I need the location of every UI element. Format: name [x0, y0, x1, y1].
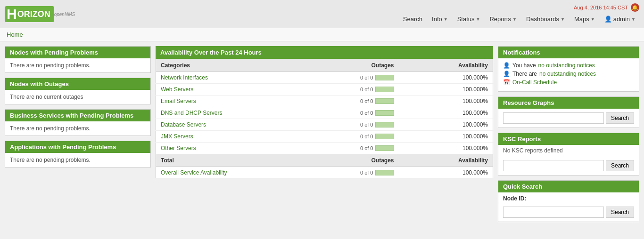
avail-bar — [375, 145, 394, 151]
panel-body-applications: There are no pending problems. — [5, 153, 150, 167]
cat-link[interactable]: Network Interfaces — [161, 74, 208, 81]
main-content: Nodes with Pending Problems There are no… — [0, 41, 644, 227]
oncall-link[interactable]: On-Call Schedule — [512, 79, 557, 86]
outage-bar-cell: 0 of 0 — [338, 119, 399, 131]
ksc-reports-search-button[interactable]: Search — [606, 160, 634, 171]
cat-link[interactable]: Other Servers — [161, 145, 196, 151]
table-row: DNS and DHCP Servers 0 of 0 100.000% — [156, 107, 493, 119]
maps-arrow: ▼ — [591, 17, 595, 22]
user-icon: 👤 — [604, 16, 612, 23]
total-avail-bar — [375, 170, 394, 175]
total-label: Total — [156, 154, 338, 167]
logo-orizon: ORIZON — [17, 10, 50, 18]
cat-link[interactable]: JMX Servers — [161, 133, 193, 140]
nav-status[interactable]: Status ▼ — [454, 14, 484, 24]
nav-info[interactable]: Info ▼ — [428, 14, 452, 24]
avail-value: 100.000% — [399, 72, 493, 84]
logo: H ORIZON openNMS — [5, 6, 75, 22]
nav-admin[interactable]: 👤 admin ▼ — [601, 14, 639, 24]
resource-graphs-search-row: Search — [498, 109, 639, 127]
panel-nodes-pending: Nodes with Pending Problems There are no… — [5, 46, 151, 73]
outage-bar-cell: 0 of 0 — [338, 143, 399, 154]
table-row: Network Interfaces 0 of 0 100.000% — [156, 72, 493, 84]
notif-prefix-1: You have — [512, 62, 536, 69]
quick-search-header: Quick Search — [498, 181, 639, 192]
table-row: Email Servers 0 of 0 100.000% — [156, 96, 493, 107]
panel-business-services: Business Services with Pending Problems … — [5, 109, 151, 136]
resource-graphs-search-button[interactable]: Search — [606, 112, 634, 124]
middle-column: Availability Over the Past 24 Hours Cate… — [156, 46, 493, 222]
logo-h: H — [7, 7, 17, 21]
quick-search-panel: Quick Search Node ID: Search — [498, 180, 639, 222]
user-icon-2: 👤 — [503, 71, 510, 77]
notif-line-2: 👤 There are no outstanding notices — [503, 71, 634, 77]
dashboards-arrow: ▼ — [561, 17, 565, 22]
total-header-row: Total Outages Availability — [156, 154, 493, 167]
panel-header-nodes-outages: Nodes with Outages — [5, 78, 150, 90]
logo-box: H ORIZON — [5, 6, 54, 22]
outage-bar-cell: 0 of 0 — [338, 107, 399, 119]
avail-bar — [375, 110, 394, 116]
ksc-reports-input[interactable] — [503, 160, 604, 171]
nav-search[interactable]: Search — [399, 14, 426, 24]
cat-name: Database Servers — [156, 119, 338, 131]
total-data-row: Overall Service Availability 0 of 0 100.… — [156, 167, 493, 179]
ksc-reports-panel: KSC Reports No KSC reports defined Searc… — [498, 133, 639, 175]
node-id-input[interactable] — [503, 207, 604, 218]
avail-bar — [375, 98, 394, 104]
quick-search-button[interactable]: Search — [606, 207, 634, 218]
col-outages: Outages — [338, 59, 399, 72]
nav-row: Search Info ▼ Status ▼ Reports ▼ Dashboa… — [399, 14, 639, 24]
avail-bar — [375, 75, 394, 80]
topbar: H ORIZON openNMS Aug 4, 2016 14:45 CST 🔔… — [0, 0, 644, 28]
avail-bar — [375, 87, 394, 92]
cat-link[interactable]: Web Servers — [161, 86, 193, 93]
outage-count: 0 of 0 — [360, 145, 373, 151]
resource-graphs-panel: Resource Graphs Search — [498, 96, 639, 128]
notifications-panel: Notifications 👤 You have no outstanding … — [498, 46, 639, 92]
panel-body-nodes-pending: There are no pending problems. — [5, 58, 150, 72]
ksc-reports-header: KSC Reports — [498, 133, 639, 145]
outage-count: 0 of 0 — [360, 122, 373, 127]
resource-graphs-header: Resource Graphs — [498, 97, 639, 109]
nav-dashboards[interactable]: Dashboards ▼ — [522, 14, 569, 24]
notif-link-2[interactable]: no outstanding notices — [539, 71, 596, 77]
col-categories: Categories — [156, 59, 338, 72]
nav-reports[interactable]: Reports ▼ — [486, 14, 520, 24]
status-arrow: ▼ — [476, 17, 480, 22]
total-service-name: Overall Service Availability — [156, 167, 338, 179]
reports-arrow: ▼ — [512, 17, 517, 22]
notif-line-1: 👤 You have no outstanding notices — [503, 62, 634, 69]
cat-link[interactable]: DNS and DHCP Servers — [161, 110, 223, 116]
quick-search-row: Search — [498, 203, 639, 222]
cat-name: DNS and DHCP Servers — [156, 107, 338, 119]
overall-avail-link[interactable]: Overall Service Availability — [161, 169, 227, 176]
breadcrumb: Home — [0, 28, 644, 41]
avail-bar — [375, 134, 394, 139]
notif-link-1[interactable]: no outstanding notices — [538, 62, 595, 69]
notif-prefix-2: There are — [512, 71, 537, 77]
total-outage-bar-cell: 0 of 0 — [338, 167, 399, 179]
ksc-reports-search-row: Search — [498, 156, 639, 175]
panel-header-nodes-pending: Nodes with Pending Problems — [5, 47, 150, 58]
outage-bar-cell: 0 of 0 — [338, 84, 399, 96]
logo-opennms: openNMS — [54, 12, 75, 17]
cat-link[interactable]: Email Servers — [161, 98, 196, 104]
admin-arrow: ▼ — [631, 17, 636, 22]
outage-bar-cell: 0 of 0 — [338, 131, 399, 143]
outage-count: 0 of 0 — [360, 87, 373, 92]
home-link[interactable]: Home — [7, 31, 23, 38]
outage-count: 0 of 0 — [360, 75, 373, 80]
total-availability-header: Availability — [399, 154, 493, 167]
info-arrow: ▼ — [444, 17, 448, 22]
table-row: Web Servers 0 of 0 100.000% — [156, 84, 493, 96]
bell-icon: 🔔 — [631, 3, 639, 12]
total-outage-count: 0 of 0 — [360, 170, 373, 175]
notif-line-3: 📅 On-Call Schedule — [503, 79, 634, 86]
avail-title: Availability Over the Past 24 Hours — [156, 46, 493, 59]
resource-graphs-input[interactable] — [503, 112, 604, 124]
datetime-text: Aug 4, 2016 14:45 CST — [574, 5, 628, 10]
nav-maps[interactable]: Maps ▼ — [570, 14, 599, 24]
ksc-no-reports: No KSC reports defined — [498, 145, 639, 156]
cat-link[interactable]: Database Servers — [161, 121, 206, 128]
